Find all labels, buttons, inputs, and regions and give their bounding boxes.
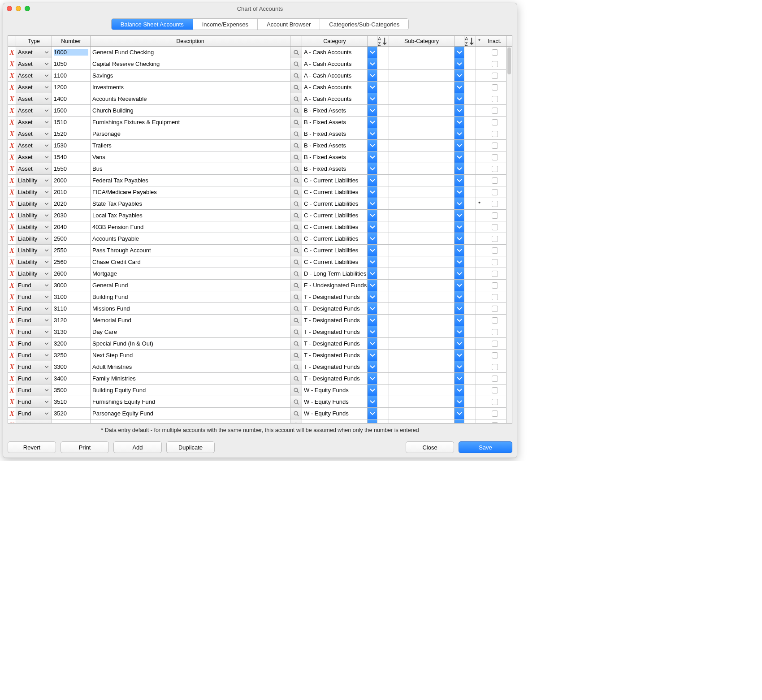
category-value[interactable]: B - Fixed Assets [302, 117, 368, 128]
number-field[interactable] [52, 70, 91, 81]
category-value[interactable]: D - Long Term Liabilities [302, 268, 368, 279]
inactive-checkbox[interactable] [483, 70, 507, 81]
lookup-button[interactable] [290, 419, 302, 423]
number-field[interactable] [52, 151, 91, 163]
subcategory-dropdown[interactable] [455, 105, 464, 116]
delete-row-button[interactable]: X [8, 338, 16, 349]
default-marker[interactable] [476, 58, 483, 69]
lookup-button[interactable] [290, 396, 302, 407]
subcategory-value[interactable] [389, 47, 455, 58]
header-category[interactable]: Category [302, 36, 368, 46]
number-field[interactable] [52, 408, 91, 419]
delete-row-button[interactable]: X [8, 140, 16, 151]
subcategory-value[interactable] [389, 373, 455, 384]
number-input[interactable] [54, 60, 88, 67]
delete-row-button[interactable]: X [8, 70, 16, 81]
type-dropdown[interactable]: Asset [16, 128, 52, 139]
category-value[interactable]: C - Current Liabilities [302, 245, 368, 256]
number-input[interactable] [54, 224, 88, 230]
description-field[interactable]: 403B Pension Fund [91, 221, 290, 233]
subcategory-dropdown[interactable] [455, 82, 464, 93]
category-dropdown[interactable] [368, 256, 377, 268]
category-dropdown[interactable] [368, 70, 377, 81]
category-dropdown[interactable] [368, 82, 377, 93]
type-dropdown[interactable]: Fund [16, 419, 52, 423]
subcategory-dropdown[interactable] [455, 128, 464, 139]
category-dropdown[interactable] [368, 198, 377, 209]
type-dropdown[interactable]: Fund [16, 361, 52, 372]
number-input[interactable] [54, 119, 88, 125]
type-dropdown[interactable]: Liability [16, 245, 52, 256]
type-dropdown[interactable]: Liability [16, 268, 52, 279]
number-input[interactable] [54, 270, 88, 277]
category-dropdown[interactable] [368, 221, 377, 233]
number-input[interactable] [54, 84, 88, 91]
category-dropdown[interactable] [368, 408, 377, 419]
number-field[interactable] [52, 186, 91, 198]
delete-row-button[interactable]: X [8, 128, 16, 139]
header-inactive[interactable]: Inact. [483, 36, 507, 46]
add-button[interactable]: Add [113, 441, 162, 453]
category-value[interactable]: T - Designated Funds [302, 291, 368, 302]
lookup-button[interactable] [290, 268, 302, 279]
subcategory-dropdown[interactable] [455, 93, 464, 104]
lookup-button[interactable] [290, 186, 302, 198]
category-dropdown[interactable] [368, 105, 377, 116]
lookup-button[interactable] [290, 326, 302, 337]
delete-row-button[interactable]: X [8, 82, 16, 93]
type-dropdown[interactable]: Fund [16, 303, 52, 314]
number-input[interactable] [54, 49, 88, 56]
subcategory-value[interactable] [389, 163, 455, 174]
category-dropdown[interactable] [368, 93, 377, 104]
type-dropdown[interactable]: Liability [16, 221, 52, 233]
category-dropdown[interactable] [368, 291, 377, 302]
lookup-button[interactable] [290, 210, 302, 221]
subcategory-dropdown[interactable] [455, 338, 464, 349]
category-value[interactable]: E - Undesignated Funds [302, 280, 368, 291]
subcategory-value[interactable] [389, 396, 455, 407]
description-field[interactable]: Building Equity Fund [91, 385, 290, 396]
subcategory-dropdown[interactable] [455, 140, 464, 151]
delete-row-button[interactable]: X [8, 268, 16, 279]
delete-row-button[interactable]: X [8, 326, 16, 337]
number-input[interactable] [54, 235, 88, 242]
inactive-checkbox[interactable] [483, 373, 507, 384]
category-value[interactable]: A - Cash Accounts [302, 82, 368, 93]
inactive-checkbox[interactable] [483, 221, 507, 233]
type-dropdown[interactable]: Fund [16, 373, 52, 384]
default-marker[interactable] [476, 117, 483, 128]
default-marker[interactable] [476, 140, 483, 151]
number-field[interactable] [52, 338, 91, 349]
description-field[interactable]: Federal Tax Payables [91, 175, 290, 186]
default-marker[interactable] [476, 70, 483, 81]
description-field[interactable]: Bus [91, 163, 290, 174]
number-field[interactable] [52, 396, 91, 407]
delete-row-button[interactable]: X [8, 93, 16, 104]
category-value[interactable]: T - Designated Funds [302, 361, 368, 372]
type-dropdown[interactable]: Liability [16, 233, 52, 244]
delete-row-button[interactable]: X [8, 163, 16, 174]
number-input[interactable] [54, 410, 88, 417]
category-dropdown[interactable] [368, 361, 377, 372]
number-input[interactable] [54, 107, 88, 114]
delete-row-button[interactable]: X [8, 396, 16, 407]
delete-row-button[interactable]: X [8, 245, 16, 256]
default-marker[interactable] [476, 408, 483, 419]
description-field[interactable]: General Fund Checking [91, 47, 290, 58]
default-marker[interactable] [476, 233, 483, 244]
scrollbar-thumb[interactable] [507, 48, 511, 74]
number-field[interactable] [52, 361, 91, 372]
default-marker[interactable] [476, 47, 483, 58]
inactive-checkbox[interactable] [483, 396, 507, 407]
subcategory-value[interactable] [389, 175, 455, 186]
inactive-checkbox[interactable] [483, 338, 507, 349]
category-value[interactable]: C - Current Liabilities [302, 256, 368, 268]
subcategory-dropdown[interactable] [455, 303, 464, 314]
delete-row-button[interactable]: X [8, 373, 16, 384]
tab-account-browser[interactable]: Account Browser [258, 19, 320, 30]
subcategory-value[interactable] [389, 210, 455, 221]
minimize-window-icon[interactable] [16, 6, 21, 11]
subcategory-value[interactable] [389, 419, 455, 423]
category-value[interactable]: B - Fixed Assets [302, 151, 368, 163]
lookup-button[interactable] [290, 303, 302, 314]
